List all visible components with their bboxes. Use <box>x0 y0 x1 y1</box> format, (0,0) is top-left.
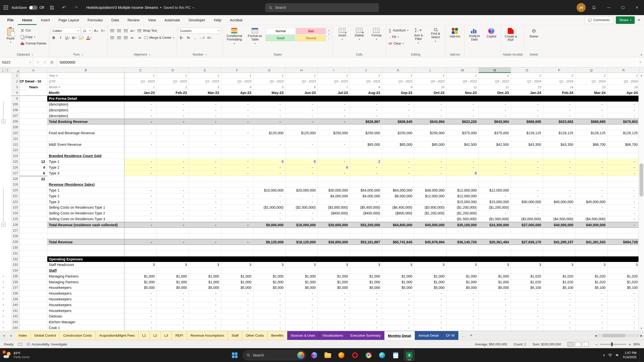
row-header-4[interactable]: 4 <box>11 90 20 96</box>
cell[interactable]: - <box>157 313 189 319</box>
cell[interactable] <box>125 251 157 256</box>
cell[interactable]: - <box>221 222 253 228</box>
row-header-110[interactable]: 110 <box>11 130 20 136</box>
cell[interactable]: - <box>447 325 479 331</box>
cell[interactable]: $25,361,494 <box>479 239 511 245</box>
cell[interactable]: $54,000,000 <box>350 188 382 193</box>
cell[interactable]: Type 1 <box>47 159 125 165</box>
cell[interactable]: $86,700 <box>608 142 640 148</box>
cell[interactable]: - <box>511 107 543 113</box>
cell[interactable]: 1 <box>125 73 157 79</box>
shrink-font-button[interactable]: A▾ <box>100 28 106 34</box>
cell[interactable]: - <box>350 313 382 319</box>
cell[interactable]: Q3 - 2023 <box>318 79 350 84</box>
bold-button[interactable]: B <box>51 35 57 41</box>
cell[interactable] <box>20 313 47 319</box>
sheet-tab-cf-w[interactable]: CF W <box>442 331 458 340</box>
cell[interactable] <box>543 245 575 251</box>
cell[interactable]: Staff Headcount <box>47 262 125 268</box>
cell[interactable] <box>414 136 447 142</box>
cell[interactable]: 6 <box>447 170 479 176</box>
horizontal-scrollbar-thumb[interactable] <box>602 334 625 337</box>
cell[interactable]: $27,000,000 <box>511 222 543 228</box>
cell[interactable]: - <box>511 308 543 314</box>
cell[interactable] <box>189 251 221 256</box>
cell[interactable]: $1,020 <box>608 274 640 279</box>
cell[interactable]: Q1 - 2024 <box>511 79 543 84</box>
cell[interactable]: ($3,800,000) <box>414 205 447 210</box>
cell[interactable] <box>20 262 47 268</box>
cell[interactable]: $5,000 <box>479 285 511 291</box>
cell[interactable] <box>511 268 543 274</box>
cell[interactable]: - <box>575 188 608 193</box>
cell[interactable] <box>382 124 414 130</box>
cell[interactable]: - <box>157 159 189 165</box>
cell[interactable] <box>318 251 350 256</box>
cell[interactable]: - <box>479 296 511 302</box>
cell[interactable]: - <box>125 313 157 319</box>
cell[interactable]: - <box>414 313 447 319</box>
cell[interactable]: - <box>286 308 318 314</box>
cell[interactable] <box>350 136 382 142</box>
cell[interactable]: - <box>608 188 640 193</box>
cell[interactable] <box>447 136 479 142</box>
row-header-119[interactable]: 119 <box>11 182 20 188</box>
row-header-126[interactable]: 126 <box>11 222 20 228</box>
cell[interactable]: - <box>382 308 414 314</box>
volume-icon[interactable] <box>615 353 619 357</box>
cell[interactable] <box>253 153 286 159</box>
cell-style-bad[interactable]: Bad <box>296 28 326 34</box>
cell[interactable]: 1 <box>189 73 221 79</box>
cell[interactable]: - <box>253 193 286 199</box>
cell[interactable] <box>575 182 608 188</box>
cell[interactable] <box>20 90 47 96</box>
cell[interactable] <box>511 136 543 142</box>
cell[interactable]: Selling Costs on Residences Type 1 <box>47 205 125 210</box>
cell[interactable]: - <box>318 308 350 314</box>
cell[interactable]: - <box>221 308 253 314</box>
sheet-tab-index[interactable]: Index <box>15 331 31 340</box>
cell[interactable]: - <box>511 165 543 170</box>
sheet-tab-acquisition-mgmt-fees[interactable]: Acquisition&Mgmt Fees <box>96 331 139 340</box>
cell[interactable]: Feb-24 <box>543 90 575 96</box>
cell[interactable]: - <box>125 239 157 245</box>
cell[interactable]: - <box>447 159 479 165</box>
page-break-preview-button[interactable] <box>583 342 589 347</box>
minimize-button[interactable] <box>602 0 616 15</box>
zoom-slider[interactable] <box>600 344 626 345</box>
cell[interactable]: - <box>189 308 221 314</box>
cell[interactable] <box>20 199 47 205</box>
row-header-137[interactable]: 137 <box>11 285 20 291</box>
cell[interactable] <box>20 119 47 124</box>
cell[interactable]: Mar-23 <box>189 90 221 96</box>
cell[interactable]: 1 <box>253 73 286 79</box>
cell[interactable]: - <box>125 159 157 165</box>
cell[interactable] <box>125 124 157 130</box>
cell[interactable]: - <box>157 239 189 245</box>
cell[interactable]: $1,000 <box>157 279 189 285</box>
cell[interactable]: - <box>447 165 479 170</box>
cell[interactable]: Mar-24 <box>575 90 608 96</box>
sheet-nav-right-button[interactable]: ▸ <box>8 331 15 340</box>
cell[interactable]: - <box>479 193 511 199</box>
cell[interactable]: $1,000 <box>318 274 350 279</box>
sheet-tab-sources-uses[interactable]: Sources & Uses <box>287 331 319 340</box>
cell[interactable]: Food and Beverage Revenue <box>47 130 125 136</box>
cell[interactable]: - <box>511 313 543 319</box>
cell[interactable]: $5,000 <box>253 285 286 291</box>
cell[interactable]: $64,000,000 <box>382 188 414 193</box>
excel-app-icon[interactable] <box>4 5 8 10</box>
cell[interactable]: $36,140,720 <box>447 239 479 245</box>
cell[interactable]: $5,100 <box>511 285 543 291</box>
cell[interactable] <box>350 233 382 239</box>
cell[interactable]: - <box>189 113 221 119</box>
ribbon-tab-formulas[interactable]: Formulas <box>83 15 107 25</box>
cell[interactable]: - <box>157 102 189 107</box>
cell[interactable]: - <box>511 296 543 302</box>
cell[interactable]: $128,125 <box>608 130 640 136</box>
cell[interactable]: $1,000 <box>447 274 479 279</box>
cell[interactable] <box>350 176 382 182</box>
share-button[interactable]: Share▾ <box>616 16 635 24</box>
cell[interactable]: $45,000,000 <box>414 222 447 228</box>
cell[interactable]: $1,000 <box>286 279 318 285</box>
